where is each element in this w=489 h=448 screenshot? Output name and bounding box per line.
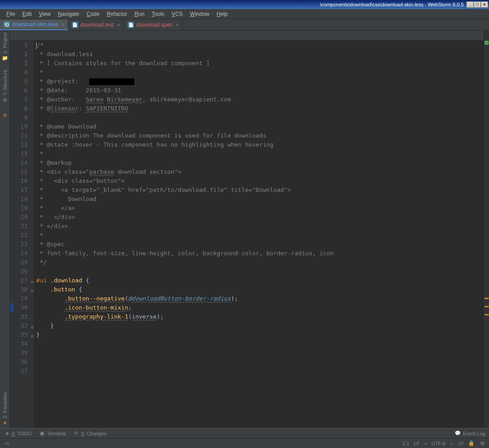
- code-line[interactable]: [36, 367, 484, 376]
- code-line[interactable]: * @markup: [36, 158, 484, 167]
- line-number: 34: [10, 339, 34, 348]
- line-number: 19: [10, 204, 34, 213]
- bottom-toolbar: ⬗6: TODO▣Terminal⟳9: Changes 💬 Event Log: [0, 428, 489, 438]
- tab-label: download.spec: [136, 22, 172, 28]
- menu-window[interactable]: Window: [186, 10, 213, 19]
- event-log-button[interactable]: 💬 Event Log: [455, 430, 485, 437]
- warning-marker[interactable]: [484, 314, 489, 315]
- code-line[interactable]: * @date: 2015-03-31: [36, 86, 484, 95]
- line-number: 13: [10, 149, 34, 158]
- line-number: 32⊟: [10, 321, 34, 330]
- line-number: 7: [10, 95, 34, 104]
- tool--changes[interactable]: ⟳9: Changes: [73, 430, 106, 437]
- code-line[interactable]: * @author: Søren Birkemeyer, sbirkemeyer…: [36, 95, 484, 104]
- code-line[interactable]: * Download: [36, 195, 484, 204]
- star-icon: ★: [2, 420, 8, 426]
- close-icon[interactable]: ×: [176, 22, 178, 28]
- line-number: 12: [10, 140, 34, 149]
- code-line[interactable]: * download.less: [36, 50, 484, 59]
- menu-edit[interactable]: Edit: [19, 10, 35, 19]
- code-line[interactable]: * </a>: [36, 204, 484, 213]
- warning-marker[interactable]: [484, 298, 489, 299]
- file-icon: 📄: [128, 22, 134, 28]
- menu-vcs[interactable]: VCS: [168, 10, 186, 19]
- line-number: 8: [10, 104, 34, 113]
- warning-marker[interactable]: [484, 306, 489, 307]
- rail--favorites[interactable]: ★2: Favorites: [2, 392, 8, 426]
- code-line[interactable]: [36, 267, 484, 276]
- tab-download-skin-less[interactable]: l{}download-skin.less×: [0, 19, 68, 30]
- tab-download-test[interactable]: 📄download.test×: [68, 19, 124, 30]
- menubar: FileEditViewNavigateCodeRefactorRunTools…: [0, 9, 489, 19]
- code-line[interactable]: [36, 357, 484, 367]
- line-ending[interactable]: LF: [414, 441, 420, 446]
- code-line[interactable]: .button--negative(@downloadButton-border…: [36, 294, 484, 303]
- line-number: 27⊟: [10, 276, 34, 285]
- code-line[interactable]: }: [36, 321, 484, 330]
- rail--structure[interactable]: ⧉7: Structure: [2, 70, 8, 104]
- statusbar: ▭ 1:1 LF ÷ UTF-8 ÷ 🏷 🔒 ⊞: [0, 438, 489, 448]
- code-line[interactable]: .button {: [36, 285, 484, 294]
- code-line[interactable]: .typography-link-1(inverse);: [36, 312, 484, 321]
- tool--todo[interactable]: ⬗6: TODO: [4, 430, 32, 437]
- code-line[interactable]: /*: [36, 41, 484, 50]
- menu-view[interactable]: View: [35, 10, 54, 19]
- code-line[interactable]: * </div>: [36, 213, 484, 222]
- redacted: [89, 78, 134, 85]
- menu-tools[interactable]: Tools: [148, 10, 168, 19]
- code-line[interactable]: * [ Contains styles for the download com…: [36, 59, 484, 68]
- menu-refactor[interactable]: Refactor: [103, 10, 131, 19]
- code-line[interactable]: * @spec: [36, 240, 484, 249]
- code-line[interactable]: *: [36, 231, 484, 240]
- line-number: 20: [10, 213, 34, 222]
- code-line[interactable]: */: [36, 258, 484, 267]
- code-line[interactable]: * @state :hover - This component has no …: [36, 140, 484, 149]
- line-number: 21: [10, 222, 34, 231]
- code-line[interactable]: [36, 339, 484, 348]
- tool-label: 9: Changes: [81, 431, 106, 436]
- code-line[interactable]: #ui .download {: [36, 276, 484, 285]
- code-line[interactable]: [36, 113, 484, 122]
- code-line[interactable]: [36, 348, 484, 357]
- memory-icon[interactable]: ⊞: [479, 440, 485, 447]
- tab-download-spec[interactable]: 📄download.spec×: [124, 19, 183, 30]
- code-line[interactable]: * <div class="parbase download section">: [36, 167, 484, 176]
- tool-terminal[interactable]: ▣Terminal: [39, 430, 66, 437]
- code-line[interactable]: * @name Download: [36, 122, 484, 131]
- caret-position: 1:1: [403, 441, 409, 446]
- line-number: 23: [10, 240, 34, 249]
- rail-icon[interactable]: ⚙: [2, 112, 8, 118]
- maximize-button[interactable]: □: [474, 1, 481, 8]
- code-line[interactable]: * font-family, font-size, line-height, c…: [36, 249, 484, 258]
- menu-file[interactable]: File: [3, 10, 19, 19]
- rail--project[interactable]: 📁1: Project: [2, 33, 8, 62]
- menu-help[interactable]: Help: [213, 10, 232, 19]
- lock-icon[interactable]: 🔒: [468, 440, 475, 447]
- minimize-button[interactable]: _: [466, 1, 474, 8]
- code-area[interactable]: /* * download.less * [ Contains styles f…: [34, 31, 484, 428]
- close-button[interactable]: ×: [481, 1, 488, 8]
- close-icon[interactable]: ×: [61, 22, 64, 27]
- code-line[interactable]: * <a target="_blank" href="path/to/downl…: [36, 186, 484, 195]
- tab-label: download.test: [81, 22, 114, 28]
- close-icon[interactable]: ×: [117, 22, 120, 28]
- menu-run[interactable]: Run: [131, 10, 148, 19]
- line-number: 15: [10, 167, 34, 176]
- code-line[interactable]: * </div>: [36, 222, 484, 231]
- code-line[interactable]: }: [36, 330, 484, 339]
- code-line[interactable]: * @description The download component is…: [36, 131, 484, 140]
- error-stripe[interactable]: [484, 31, 489, 428]
- menu-code[interactable]: Code: [83, 10, 103, 19]
- code-line[interactable]: * @licensor: SAPIENTNITRO: [36, 104, 484, 113]
- menu-navigate[interactable]: Navigate: [54, 10, 83, 19]
- code-line[interactable]: *: [36, 68, 484, 77]
- editor[interactable]: 1234567891011121314151617181920212223242…: [10, 31, 489, 428]
- code-line[interactable]: *: [36, 149, 484, 158]
- tool-icon: ⬗: [4, 430, 10, 437]
- code-line[interactable]: .icon-button-mixin;: [36, 303, 484, 312]
- code-line[interactable]: * @project:: [36, 77, 484, 86]
- tool-icon: ⟳: [73, 430, 79, 437]
- code-line[interactable]: * <div class="button">: [36, 176, 484, 186]
- inspection-icon[interactable]: 🏷: [457, 440, 464, 447]
- encoding[interactable]: UTF-8: [432, 441, 446, 446]
